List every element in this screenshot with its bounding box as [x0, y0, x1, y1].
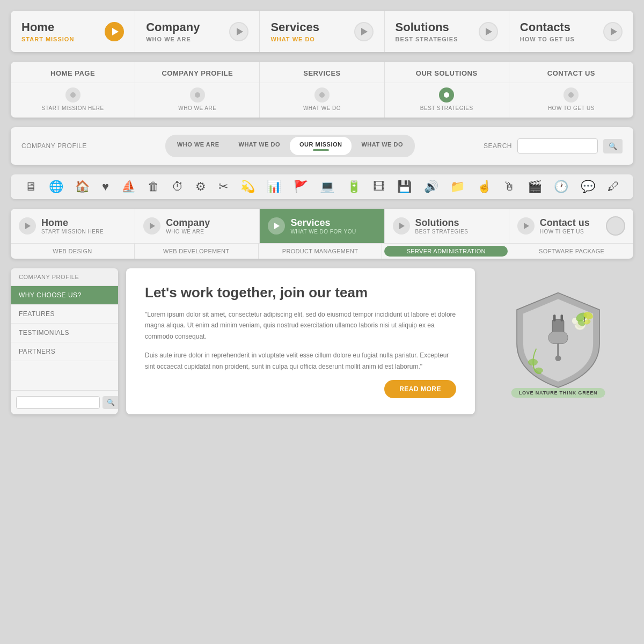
nav3-profile-label: COMPANY PROFILE	[21, 142, 97, 150]
icon-item-6[interactable]: ⏱	[172, 180, 184, 194]
nav1-play-home[interactable]	[105, 22, 124, 41]
nav1-item-solutions[interactable]: Solutions BEST STRATEGIES	[385, 11, 509, 52]
nav4-sub-item-product-mgmt[interactable]: PRODUCT MANAGEMENT	[259, 244, 383, 259]
nav4-sub-item-web-design[interactable]: WEB DESIGN	[11, 244, 135, 259]
icon-glyph-1: 🌐	[49, 180, 63, 194]
nav1-play-services[interactable]	[354, 22, 374, 41]
icon-item-18[interactable]: ☝	[477, 180, 492, 194]
icon-item-9[interactable]: 💫	[240, 180, 255, 194]
nav1-item-contacts[interactable]: Contacts HOW TO GET US	[509, 11, 633, 52]
nav3-tab-our-mission[interactable]: OUR MISSION	[290, 137, 352, 155]
nav1-sub-home: START MISSION	[21, 36, 105, 42]
nav2-sublabel-home-page: START MISSION HERE	[41, 105, 104, 111]
nav4-circle	[606, 216, 625, 236]
icon-item-17[interactable]: 📁	[450, 180, 465, 194]
nav1-play-contacts[interactable]	[603, 22, 623, 41]
sidebar-search-button[interactable]: 🔍	[103, 396, 118, 409]
nav1-play-company[interactable]	[229, 22, 248, 41]
icon-item-12[interactable]: 💻	[320, 180, 334, 194]
nav4-item-company[interactable]: Company WHO WE ARE	[135, 209, 260, 243]
icon-item-2[interactable]: 🏠	[75, 180, 90, 194]
svg-point-3	[555, 355, 561, 361]
nav4-sub-item-server-admin[interactable]: SERVER ADMINISTRATION	[384, 246, 508, 257]
nav1-text-company: Company WHO WE ARE	[146, 20, 229, 42]
icon-item-20[interactable]: 🎬	[528, 180, 542, 194]
play-icon	[611, 28, 617, 35]
nav4-sub-home: START MISSION HERE	[41, 229, 127, 235]
icon-item-1[interactable]: 🌐	[49, 180, 63, 194]
nav2-sublabel-contact-us: HOW TO GET US	[548, 105, 595, 111]
nav2-main-company-profile: COMPANY PROFILE	[162, 69, 233, 77]
icon-item-19[interactable]: 🖱	[503, 180, 515, 194]
nav4-item-home[interactable]: Home START MISSION HERE	[11, 209, 135, 243]
nav1-item-company[interactable]: Company WHO WE ARE	[135, 11, 260, 52]
icon-item-15[interactable]: 💾	[397, 180, 412, 194]
nav2-top-contact-us[interactable]: CONTACT US	[509, 62, 633, 83]
search-button[interactable]: 🔍	[603, 139, 623, 153]
sidebar-item-partners[interactable]: PARTNERS	[11, 342, 118, 361]
nav3-tab-who-we-are[interactable]: WHO WE ARE	[167, 137, 229, 155]
content-para1: "Lorem ipsum dolor sit amet, consectetur…	[145, 309, 456, 342]
nav4-main-solutions: Solutions	[415, 217, 501, 229]
nav1-item-services[interactable]: Services WHAT WE DO	[260, 11, 384, 52]
nav4-sub-item-software-pkg[interactable]: SOFTWARE PACKAGE	[510, 244, 633, 259]
icon-item-23[interactable]: 🖊	[608, 180, 619, 194]
nav4-sub-services: WHAT WE DO FOR YOU	[290, 229, 376, 235]
nav4-item-services[interactable]: Services WHAT WE DO FOR YOU	[260, 209, 384, 243]
nav4-item-solutions[interactable]: Solutions BEST STRATEGIES	[385, 209, 509, 243]
nav4-sub-company: WHO WE ARE	[166, 229, 251, 235]
icon-item-8[interactable]: ✂	[218, 180, 228, 194]
sidebar-item-features[interactable]: FEATURES	[11, 305, 118, 324]
badge-container: LOVE NATURE THINK GREEN	[496, 280, 620, 403]
navbar-1: Home START MISSION Company WHO WE ARE Se…	[11, 11, 633, 52]
icon-item-4[interactable]: ⛵	[121, 180, 136, 194]
icon-glyph-14: 🎞	[373, 180, 385, 194]
icon-item-0[interactable]: 🖥	[25, 180, 36, 194]
nav2-sub-home-page[interactable]: START MISSION HERE	[11, 83, 135, 118]
nav2-main-our-solutions: OUR SOLUTIONS	[416, 69, 478, 77]
icon-item-16[interactable]: 🔊	[424, 180, 438, 194]
icon-item-3[interactable]: ♥	[102, 180, 109, 194]
nav1-play-solutions[interactable]	[479, 22, 498, 41]
sidebar-search: 🔍	[11, 390, 118, 414]
sidebar-item-why-choose[interactable]: WHY CHOOSE US?	[11, 286, 118, 305]
nav2-sub-company-profile[interactable]: WHO WE ARE	[135, 83, 260, 118]
sidebar-search-input[interactable]	[16, 396, 100, 409]
badge-ribbon: LOVE NATURE THINK GREEN	[511, 388, 605, 398]
icon-item-21[interactable]: 🕐	[554, 180, 568, 194]
search-input[interactable]	[517, 138, 598, 153]
nav2-sub-our-solutions[interactable]: BEST STRATEGIES	[385, 83, 509, 118]
nav2-top-our-solutions[interactable]: OUR SOLUTIONS	[385, 62, 509, 83]
nav2-top-home-page[interactable]: HOME PAGE	[11, 62, 135, 83]
icon-glyph-17: 📁	[450, 180, 465, 194]
icon-item-14[interactable]: 🎞	[373, 180, 385, 194]
dot-inner	[195, 92, 200, 98]
nav4-text-solutions: Solutions BEST STRATEGIES	[415, 217, 501, 235]
nav3-tab-what-we-do2[interactable]: WHAT WE DO	[352, 137, 413, 155]
nav1-sub-company: WHO WE ARE	[146, 36, 229, 42]
icon-item-5[interactable]: 🗑	[148, 180, 159, 194]
icon-item-13[interactable]: 🔋	[347, 180, 361, 194]
icon-item-11[interactable]: 🚩	[294, 180, 308, 194]
tri-icon	[25, 223, 31, 229]
nav2-main-services: SERVICES	[303, 69, 341, 77]
icon-glyph-7: ⚙	[195, 180, 206, 194]
sidebar-header: COMPANY PROFILE	[11, 268, 118, 286]
icon-item-10[interactable]: 📊	[267, 180, 281, 194]
nav2-sub-contact-us[interactable]: HOW TO GET US	[509, 83, 633, 118]
nav2-top-services[interactable]: SERVICES	[260, 62, 384, 83]
icon-item-7[interactable]: ⚙	[195, 180, 206, 194]
nav1-item-home[interactable]: Home START MISSION	[11, 11, 135, 52]
nav3-tab-what-we-do[interactable]: WHAT WE DO	[229, 137, 290, 155]
nav4-sub-item-web-dev[interactable]: WEB DEVELOPEMENT	[135, 244, 259, 259]
nav4-play-services	[268, 217, 285, 235]
nav4-text-services: Services WHAT WE DO FOR YOU	[290, 217, 376, 235]
icon-item-22[interactable]: 💬	[581, 180, 595, 194]
read-more-button[interactable]: READ MORE	[384, 380, 456, 398]
nav2-top-company-profile[interactable]: COMPANY PROFILE	[135, 62, 260, 83]
nav4-item-contact-us[interactable]: Contact us HOW TI GET US	[509, 209, 633, 243]
tri-icon	[274, 223, 280, 229]
svg-point-17	[535, 368, 543, 374]
sidebar-item-testimonials[interactable]: TESTIMONIALS	[11, 324, 118, 342]
nav2-sub-services[interactable]: WHAT WE DO	[260, 83, 384, 118]
